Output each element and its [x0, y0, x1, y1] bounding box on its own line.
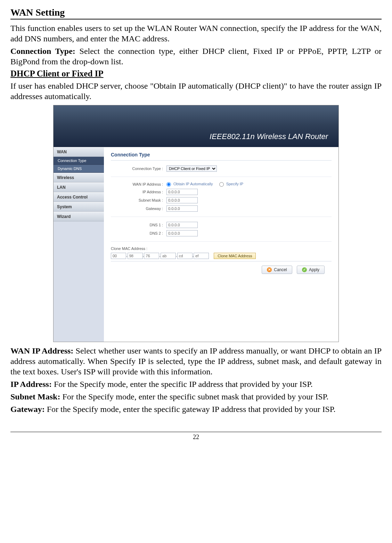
row-wan-ip: WAN IP Address : Obtain IP Automatically… — [111, 182, 332, 187]
sidebar-lan[interactable]: LAN — [54, 183, 104, 192]
separator-1 — [111, 177, 332, 177]
panel-title: Connection Type — [111, 152, 332, 161]
radio-specify-ip-label: Specify IP — [226, 182, 244, 186]
footer-bar: ✕ Cancel ✓ Apply — [111, 261, 332, 278]
label-gateway: Gateway : — [111, 206, 166, 211]
mac-input-0[interactable] — [111, 253, 126, 259]
ip-address-paragraph: IP Address: For the Specify mode, enter … — [10, 379, 382, 389]
main-area: WAN Connection Type Dynamic DNS Wireless… — [54, 147, 338, 342]
radio-specify-ip[interactable]: Specify IP — [219, 182, 244, 187]
separator-3 — [111, 241, 332, 242]
page-number: 22 — [10, 432, 382, 441]
row-clone-mac-inputs: - - - - - Clone MAC Address — [111, 253, 332, 259]
radio-obtain-ip-input[interactable] — [166, 182, 171, 187]
label-dns2: DNS 2 : — [111, 231, 166, 235]
apply-icon: ✓ — [302, 267, 307, 272]
connection-type-select[interactable]: DHCP Client or Fixed IP — [166, 165, 217, 172]
cancel-icon: ✕ — [267, 267, 272, 272]
sidebar-item-connection-type[interactable]: Connection Type — [54, 157, 104, 165]
subnet-mask-label: Subnet Mask: — [10, 392, 60, 401]
page-title: WAN Setting — [10, 7, 382, 19]
sidebar-wireless[interactable]: Wireless — [54, 173, 104, 183]
label-dns1: DNS 1 : — [111, 223, 166, 227]
row-ip-address: IP Address : — [111, 189, 332, 195]
subnet-mask-text: For the Specify mode, enter the specific… — [60, 392, 328, 401]
label-ip-address: IP Address : — [111, 190, 166, 194]
gateway-paragraph: Gateway: For the Specify mode, enter the… — [10, 404, 382, 414]
cancel-label: Cancel — [274, 267, 287, 272]
subnet-mask-paragraph: Subnet Mask: For the Specify mode, enter… — [10, 391, 382, 402]
sidebar-item-dynamic-dns[interactable]: Dynamic DNS — [54, 165, 104, 173]
label-connection-type: Connection Type : — [111, 167, 166, 171]
separator-2 — [111, 217, 332, 217]
row-gateway: Gateway : — [111, 205, 332, 212]
radio-obtain-ip[interactable]: Obtain IP Automatically — [166, 182, 213, 187]
row-dns2: DNS 2 : — [111, 230, 332, 236]
sidebar: WAN Connection Type Dynamic DNS Wireless… — [54, 147, 104, 342]
intro-paragraph: This function enables users to set up th… — [10, 23, 382, 44]
ip-address-text: For the Specify mode, enter the specific… — [52, 380, 313, 389]
sidebar-system[interactable]: System — [54, 202, 104, 212]
label-wan-ip: WAN IP Address : — [111, 182, 166, 186]
dns1-input[interactable] — [166, 222, 198, 228]
connection-type-label: Connection Type: — [10, 47, 75, 56]
content-panel: Connection Type Connection Type : DHCP C… — [104, 147, 338, 342]
label-subnet-mask: Subnet Mask : — [111, 198, 166, 202]
dns2-input[interactable] — [166, 230, 198, 236]
wan-ip-label: WAN IP Address: — [10, 346, 73, 355]
gateway-text: For the Specify mode, enter the specific… — [45, 405, 336, 414]
connection-type-paragraph: Connection Type: Select the connection t… — [10, 46, 382, 67]
ip-address-label: IP Address: — [10, 380, 52, 389]
dhcp-paragraph: If user has enabled DHCP server, choose … — [10, 81, 382, 102]
mac-input-5[interactable] — [194, 253, 209, 259]
radio-obtain-ip-label: Obtain IP Automatically — [173, 182, 213, 186]
mac-input-2[interactable] — [144, 253, 159, 259]
gateway-label: Gateway: — [10, 405, 45, 414]
sidebar-wan[interactable]: WAN — [54, 147, 104, 157]
row-subnet-mask: Subnet Mask : — [111, 197, 332, 203]
subnet-mask-input[interactable] — [166, 197, 198, 203]
sidebar-wizard[interactable]: Wizard — [54, 212, 104, 221]
dhcp-subheading: DHCP Client or Fixed IP — [10, 69, 382, 79]
mac-input-4[interactable] — [177, 253, 193, 259]
sidebar-access-control[interactable]: Access Control — [54, 192, 104, 202]
cancel-button[interactable]: ✕ Cancel — [262, 266, 292, 274]
row-dns1: DNS 1 : — [111, 222, 332, 228]
apply-button[interactable]: ✓ Apply — [297, 266, 325, 274]
gateway-input[interactable] — [166, 205, 198, 212]
clone-mac-button[interactable]: Clone MAC Address — [214, 253, 256, 259]
ip-address-input[interactable] — [166, 189, 198, 195]
radio-specify-ip-input[interactable] — [219, 182, 224, 187]
row-clone-mac-label: Clone MAC Address : — [111, 246, 332, 251]
mac-input-3[interactable] — [161, 253, 176, 259]
apply-label: Apply — [309, 267, 319, 272]
mac-input-1[interactable] — [128, 253, 143, 259]
banner: IEEE802.11n Wireless LAN Router — [54, 126, 338, 147]
router-ui-screenshot: IEEE802.11n Wireless LAN Router WAN Conn… — [53, 105, 339, 342]
label-clone-mac: Clone MAC Address : — [111, 246, 151, 251]
row-connection-type: Connection Type : DHCP Client or Fixed I… — [111, 165, 332, 172]
wan-ip-paragraph: WAN IP Address: Select whether user want… — [10, 346, 382, 377]
top-gradient — [54, 105, 338, 126]
